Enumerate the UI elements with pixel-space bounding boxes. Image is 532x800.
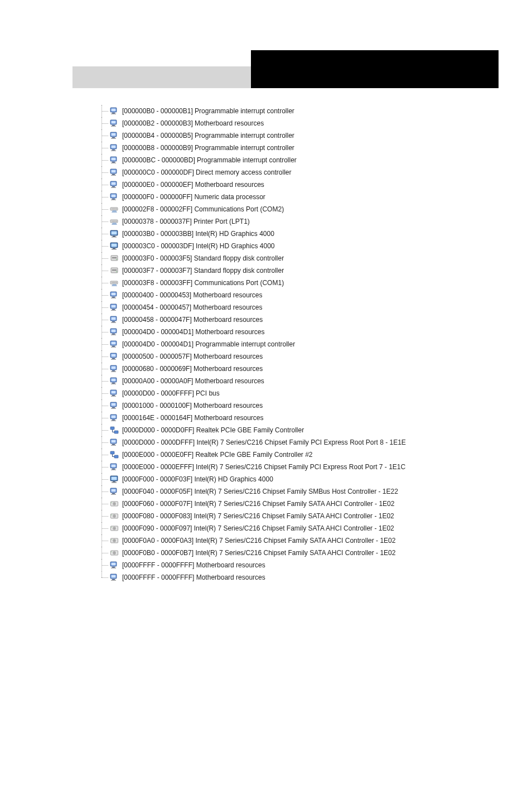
- tree-item[interactable]: [0000F080 - 0000F083] Intel(R) 7 Series/…: [98, 510, 510, 522]
- tree-branch-icon: [98, 547, 110, 559]
- tree-branch-icon: [98, 559, 110, 571]
- tree-branch-icon: [98, 363, 110, 375]
- computer-icon: [110, 156, 119, 165]
- tree-item[interactable]: [00000458 - 0000047F] Motherboard resour…: [98, 314, 510, 326]
- tree-item-label: [00000454 - 00000457] Motherboard resour…: [122, 301, 263, 314]
- computer-icon: [110, 389, 119, 398]
- display-icon: [110, 475, 119, 484]
- tree-item[interactable]: [00000D00 - 0000FFFF] PCI bus: [98, 387, 510, 399]
- tree-branch-icon: [98, 252, 110, 264]
- tree-branch-icon: [98, 289, 110, 301]
- tree-item-label: [000003C0 - 000003DF] Intel(R) HD Graphi…: [122, 240, 274, 252]
- tree-item-label: [000004D0 - 000004D1] Programmable inter…: [122, 338, 295, 350]
- tree-branch-icon: [98, 387, 110, 399]
- tree-item[interactable]: [0000F090 - 0000F097] Intel(R) 7 Series/…: [98, 522, 510, 534]
- display-icon: [110, 242, 119, 250]
- tree-item[interactable]: [000000B8 - 000000B9] Programmable inter…: [98, 142, 510, 154]
- computer-icon: [110, 143, 119, 152]
- tree-item[interactable]: [000003C0 - 000003DF] Intel(R) HD Graphi…: [98, 240, 510, 252]
- tree-item[interactable]: [0000F0A0 - 0000F0A3] Intel(R) 7 Series/…: [98, 534, 510, 547]
- tree-item[interactable]: [000000B4 - 000000B5] Programmable inter…: [98, 129, 510, 142]
- tree-item-label: [000003B0 - 000003BB] Intel(R) HD Graphi…: [122, 228, 274, 240]
- tree-item[interactable]: [0000D000 - 0000DFFF] Intel(R) 7 Series/…: [98, 436, 510, 449]
- tree-branch-icon: [98, 166, 110, 179]
- tree-item-label: [000004D0 - 000004D1] Motherboard resour…: [122, 326, 265, 338]
- tree-branch-icon: [98, 449, 110, 461]
- tree-branch-icon: [98, 399, 110, 412]
- tree-branch-icon: [98, 179, 110, 191]
- floppy-icon: [110, 266, 119, 275]
- tree-item[interactable]: [00000378 - 0000037F] Printer Port (LPT1…: [98, 215, 510, 228]
- tree-branch-icon: [98, 142, 110, 154]
- tree-item[interactable]: [000000C0 - 000000DF] Direct memory acce…: [98, 166, 510, 179]
- tree-item[interactable]: [000000E0 - 000000EF] Motherboard resour…: [98, 179, 510, 191]
- computer-icon: [110, 192, 119, 201]
- tree-item[interactable]: [0000E000 - 0000EFFF] Intel(R) 7 Series/…: [98, 461, 510, 473]
- tree-item-label: [0000F090 - 0000F097] Intel(R) 7 Series/…: [122, 522, 394, 534]
- display-icon: [110, 229, 119, 238]
- tree-item[interactable]: [00000454 - 00000457] Motherboard resour…: [98, 301, 510, 314]
- tree-item[interactable]: [0000E000 - 0000E0FF] Realtek PCIe GBE F…: [98, 449, 510, 461]
- device-resource-tree: [000000B0 - 000000B1] Programmable inter…: [98, 105, 510, 584]
- tree-item[interactable]: [000004D0 - 000004D1] Programmable inter…: [98, 338, 510, 350]
- tree-item-label: [0000F040 - 0000F05F] Intel(R) 7 Series/…: [122, 485, 398, 498]
- computer-icon: [110, 291, 119, 300]
- tree-item-label: [00000500 - 0000057F] Motherboard resour…: [122, 350, 263, 363]
- tree-item[interactable]: [00000680 - 0000069F] Motherboard resour…: [98, 363, 510, 375]
- tree-item-label: [0000E000 - 0000E0FF] Realtek PCIe GBE F…: [122, 449, 313, 461]
- tree-branch-icon: [98, 215, 110, 228]
- tree-item-label: [0000E000 - 0000EFFF] Intel(R) 7 Series/…: [122, 461, 405, 473]
- tree-item[interactable]: [0000164E - 0000164F] Motherboard resour…: [98, 412, 510, 424]
- tree-item-label: [0000F000 - 0000F03F] Intel(R) HD Graphi…: [122, 473, 273, 485]
- tree-branch-icon: [98, 571, 110, 584]
- tree-branch-icon: [98, 105, 110, 117]
- tree-item[interactable]: [000002F8 - 000002FF] Communications Por…: [98, 203, 510, 215]
- tree-item-label: [000000B8 - 000000B9] Programmable inter…: [122, 142, 294, 154]
- tree-item-label: [000003F8 - 000003FF] Communications Por…: [122, 277, 284, 289]
- tree-item-label: [0000F080 - 0000F083] Intel(R) 7 Series/…: [122, 510, 394, 522]
- port-icon: [110, 205, 119, 214]
- tree-item[interactable]: [000004D0 - 000004D1] Motherboard resour…: [98, 326, 510, 338]
- tree-branch-icon: [98, 129, 110, 142]
- tree-item[interactable]: [000000F0 - 000000FF] Numeric data proce…: [98, 191, 510, 203]
- tree-branch-icon: [98, 203, 110, 215]
- tree-item[interactable]: [0000FFFF - 0000FFFF] Motherboard resour…: [98, 571, 510, 584]
- tree-item[interactable]: [000003B0 - 000003BB] Intel(R) HD Graphi…: [98, 228, 510, 240]
- tree-item-label: [0000F0B0 - 0000F0B7] Intel(R) 7 Series/…: [122, 547, 395, 559]
- tree-item[interactable]: [0000F0B0 - 0000F0B7] Intel(R) 7 Series/…: [98, 547, 510, 559]
- computer-icon: [110, 180, 119, 189]
- tree-item[interactable]: [00000500 - 0000057F] Motherboard resour…: [98, 350, 510, 363]
- tree-item[interactable]: [00000400 - 00000453] Motherboard resour…: [98, 289, 510, 301]
- tree-branch-icon: [98, 264, 110, 277]
- tree-item[interactable]: [000003F0 - 000003F5] Standard floppy di…: [98, 252, 510, 264]
- page-header: [72, 50, 499, 88]
- tree-item[interactable]: [000000B0 - 000000B1] Programmable inter…: [98, 105, 510, 117]
- tree-item[interactable]: [000003F7 - 000003F7] Standard floppy di…: [98, 264, 510, 277]
- tree-item-label: [000000B4 - 000000B5] Programmable inter…: [122, 129, 294, 142]
- computer-icon: [110, 315, 119, 324]
- tree-item-label: [00000A00 - 00000A0F] Motherboard resour…: [122, 375, 264, 387]
- tree-branch-icon: [98, 424, 110, 436]
- computer-icon: [110, 573, 119, 582]
- tree-item[interactable]: [0000D000 - 0000D0FF] Realtek PCIe GBE F…: [98, 424, 510, 436]
- tree-item[interactable]: [00000A00 - 00000A0F] Motherboard resour…: [98, 375, 510, 387]
- network-icon: [110, 426, 119, 435]
- tree-item-label: [00001000 - 0000100F] Motherboard resour…: [122, 399, 263, 412]
- tree-item[interactable]: [0000FFFF - 0000FFFF] Motherboard resour…: [98, 559, 510, 571]
- tree-item[interactable]: [0000F000 - 0000F03F] Intel(R) HD Graphi…: [98, 473, 510, 485]
- tree-item[interactable]: [000000B2 - 000000B3] Motherboard resour…: [98, 117, 510, 129]
- computer-icon: [110, 131, 119, 140]
- tree-item[interactable]: [00001000 - 0000100F] Motherboard resour…: [98, 399, 510, 412]
- computer-icon: [110, 107, 119, 115]
- tree-branch-icon: [98, 338, 110, 350]
- tree-item-label: [00000378 - 0000037F] Printer Port (LPT1…: [122, 215, 250, 228]
- tree-branch-icon: [98, 412, 110, 424]
- tree-item-label: [000000C0 - 000000DF] Direct memory acce…: [122, 166, 291, 179]
- tree-branch-icon: [98, 522, 110, 534]
- tree-item[interactable]: [0000F040 - 0000F05F] Intel(R) 7 Series/…: [98, 485, 510, 498]
- tree-item[interactable]: [000003F8 - 000003FF] Communications Por…: [98, 277, 510, 289]
- computer-icon: [110, 401, 119, 410]
- tree-item[interactable]: [0000F060 - 0000F07F] Intel(R) 7 Series/…: [98, 498, 510, 510]
- tree-branch-icon: [98, 473, 110, 485]
- tree-item[interactable]: [000000BC - 000000BD] Programmable inter…: [98, 154, 510, 166]
